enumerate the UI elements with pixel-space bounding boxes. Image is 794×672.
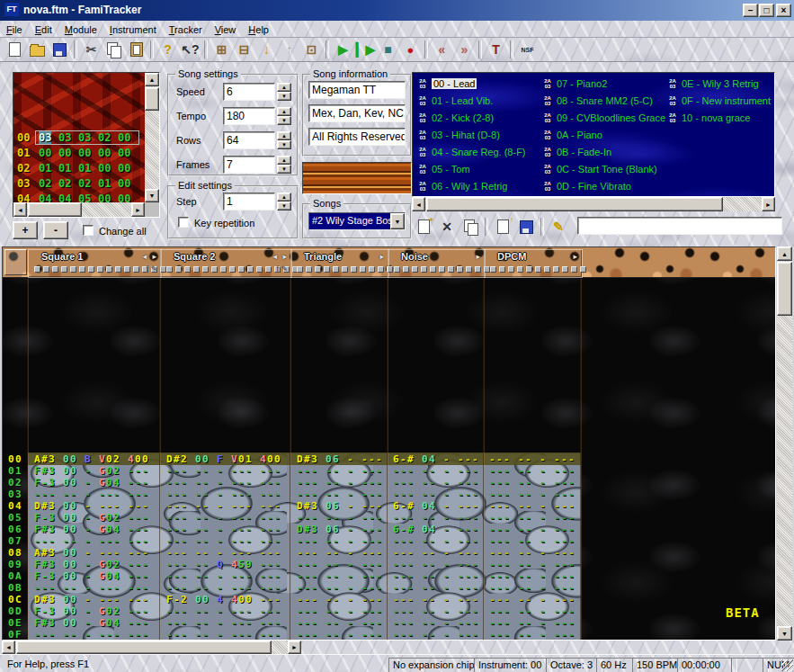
song-copyright-input[interactable]: All Rights Reserved 2010 [308,128,406,146]
instrument-item[interactable]: 2A030B - Fade-In [541,143,611,160]
fx-collapse-icon[interactable]: ◂ [272,252,277,261]
frame-pattern-value[interactable]: 00 [118,147,130,159]
frame-pattern-value[interactable]: 02 [78,177,91,190]
instrument-item[interactable]: 2A0303 - Hihat (D-8) [416,126,500,143]
field-value-input[interactable]: 180 [223,107,275,125]
pattern-cell[interactable]: F#3 00 - G04 --- [34,617,149,629]
pattern-cell[interactable]: D#3 00 - --- --- [34,500,149,512]
pattern-cell[interactable]: --- -- - --- [297,465,383,477]
instrument-hscrollbar[interactable]: ◄ ► [412,197,775,211]
pattern-cell[interactable]: F-2 00 4 400 --- [166,594,281,605]
pattern-cell[interactable]: A#3 00 - --- --- [34,547,149,559]
frame-pattern-value[interactable]: 01 [58,162,71,175]
menu-edit[interactable]: Edit [29,22,58,37]
frame-list[interactable]: 0003030302000100000000000201010100000302… [13,73,145,202]
pattern-cell[interactable]: --- -- - --- [393,547,479,559]
spin-up-icon[interactable]: ▲ [277,131,291,140]
instrument-item[interactable]: 2A0310 - nova grace [666,109,750,126]
pattern-row[interactable]: 0DF-3 00 - G02 ------ -- - --- ------ --… [3,605,776,617]
pattern-cell[interactable]: --- -- - --- [489,570,575,582]
pattern-cell[interactable]: --- -- - --- [393,477,479,488]
frame-pattern-value[interactable]: 00 [78,147,91,159]
channel-mute-icons[interactable]: f ✎ [276,264,288,273]
pattern-row[interactable]: 0EF#3 00 - G04 ------ -- - --- ------ --… [3,617,776,629]
pattern-hscroll-thumb[interactable] [16,641,272,654]
frame-pattern-value[interactable]: 00 [58,147,71,159]
pattern-cell[interactable]: A#3 00 B V02 400 [34,453,149,465]
frame-pattern-value[interactable]: 00 [118,162,130,175]
pattern-cell[interactable]: --- -- - --- [489,617,575,629]
pattern-cell[interactable]: F-3 00 - G02 --- [34,512,149,524]
instrument-item[interactable]: 2A0300 - Lead [416,75,477,92]
frame-vscrollbar[interactable]: ▲ ▼ [145,73,159,202]
pattern-cell[interactable]: --- -- - --- [297,559,383,570]
pattern-vscroll-thumb[interactable] [777,262,792,316]
scroll-down-icon[interactable]: ▼ [777,626,792,641]
inst-save-icon[interactable] [514,217,538,237]
instrument-item[interactable]: 2A0304 - Snare Reg. (8-F) [416,143,526,160]
spin-down-icon[interactable]: ▼ [277,165,291,174]
pattern-row[interactable]: 04D#3 00 - --- ------ -- - --- ---D#3 06… [3,500,776,512]
pattern-cell[interactable]: --- -- Q 459 --- [166,559,281,570]
scroll-right-icon[interactable]: ► [288,641,301,654]
maximize-button[interactable]: □ [759,4,774,17]
toolbar-play-pattern-icon[interactable]: ▎▶ [354,40,377,60]
frame-pattern-value[interactable]: 04 [39,193,51,202]
scroll-right-icon[interactable]: ► [131,202,145,217]
pattern-vscrollbar[interactable]: ▲ ▼ [777,246,792,641]
pattern-row[interactable]: 02F-3 00 - G04 ------ -- - --- ------ --… [3,477,776,488]
pattern-cell[interactable]: --- -- - --- [297,477,383,488]
pattern-cell[interactable]: --- -- - --- [297,535,383,547]
menu-module[interactable]: Module [58,22,103,37]
pattern-cell[interactable]: --- -- - --- [297,594,383,605]
scroll-left-icon[interactable]: ◄ [13,202,27,217]
pattern-cell[interactable]: F-3 00 - G04 --- [34,477,149,488]
pattern-cell[interactable]: --- -- - --- [489,629,575,641]
pattern-cell[interactable]: 6-# 04 - --- [393,524,479,535]
instrument-item[interactable]: 2A030F - New instrument [666,92,771,109]
pattern-cell[interactable]: --- -- - --- --- [166,535,281,547]
inst-remove-icon[interactable]: ✕ [435,217,459,237]
frame-row[interactable]: 040404050000 [13,192,145,202]
pattern-cell[interactable]: --- -- - --- --- [34,629,149,641]
instrument-item[interactable]: 2A0302 - Kick (2-8) [416,109,494,126]
pattern-cell[interactable]: --- -- - --- [393,582,479,594]
menu-view[interactable]: View [209,22,243,37]
instrument-item[interactable]: 2A0307 - Piano2 [541,75,607,92]
frame-pattern-value[interactable]: 02 [58,177,71,190]
pattern-cell[interactable]: --- -- - --- [489,488,575,500]
pattern-row[interactable]: 0B--- -- - --- ------ -- - --- ------ --… [3,582,776,594]
frame-row[interactable]: 000303030200 [13,130,145,146]
pattern-cell[interactable]: --- -- - --- [297,582,383,594]
pattern-cell[interactable]: --- -- - --- --- [166,524,281,535]
channel-header-dpcm[interactable]: DPCM▸ [484,249,583,278]
toolbar-save-file-icon[interactable] [49,40,71,60]
instrument-item[interactable]: 2A030D - Fine Vibrato [541,177,631,194]
field-value-input[interactable]: 64 [223,131,275,149]
field-value-input[interactable]: 1 [223,193,275,211]
song-name-input[interactable]: Megaman TT [308,81,406,99]
pattern-cell[interactable]: --- -- - --- [489,582,575,594]
frame-pattern-value[interactable]: 00 [118,131,130,144]
chevron-down-icon[interactable]: ▼ [390,213,405,229]
frame-pattern-value[interactable]: 04 [58,193,71,202]
title-bar[interactable]: FT nova.ftm - FamiTracker – □ × [0,0,794,21]
pattern-row[interactable]: 07--- -- - --- ------ -- - --- ------ --… [3,535,776,547]
pattern-row[interactable]: 0AF-3 00 - G04 ------ -- - --- ------ --… [3,570,776,582]
channel-mute-icons[interactable]: f ✎ [146,264,157,273]
toolbar-stop-icon[interactable]: ■ [377,40,399,60]
pattern-cell[interactable]: D#3 06 - --- [297,500,383,512]
frame-row[interactable]: 030202020100 [13,176,145,192]
pattern-cell[interactable]: --- -- - --- --- [166,582,281,594]
pattern-cell[interactable]: --- -- - --- --- [166,477,281,488]
frame-pattern-value[interactable]: 02 [98,131,111,144]
toolbar-copy-icon[interactable] [103,40,125,60]
instrument-item[interactable]: 2A0309 - CVBloodlines Grace [541,109,665,126]
pattern-cell[interactable]: --- -- - --- [297,488,383,500]
frame-pattern-value[interactable]: 00 [118,193,130,202]
pattern-cell[interactable]: --- -- - --- --- [166,629,281,641]
toolbar-cut-icon[interactable]: ✂ [80,40,103,60]
toolbar-help-icon[interactable]: ? [156,40,179,60]
pattern-row[interactable]: 0F--- -- - --- ------ -- - --- ------ --… [3,629,776,641]
toolbar-new-file-icon[interactable] [4,40,26,60]
